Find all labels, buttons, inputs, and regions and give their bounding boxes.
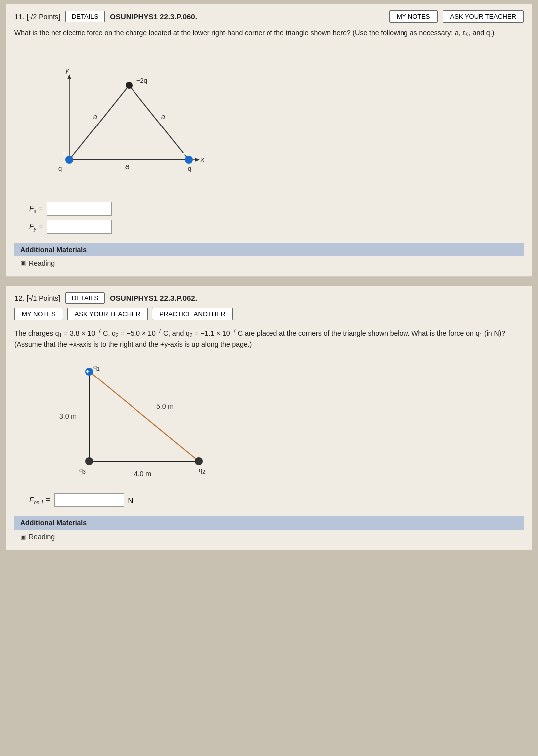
q12-fon1-unit: N [128, 496, 134, 504]
q11-fy-label: Fy = [29, 222, 43, 232]
q12-ask-teacher-button[interactable]: ASK YOUR TEACHER [67, 308, 148, 320]
q11-problem-id: OSUNIPHYS1 22.3.P.060. [110, 12, 384, 21]
question-12-card: 12. [-/1 Points] DETAILS OSUNIPHYS1 22.3… [6, 286, 532, 550]
svg-text:+: + [182, 150, 186, 157]
q12-my-notes-button[interactable]: MY NOTES [14, 308, 63, 320]
q12-fon1-label: Fon 1 = [29, 495, 50, 505]
svg-point-11 [65, 156, 73, 164]
q11-diagram: y x −2q q + q + a a a [29, 45, 509, 197]
q11-my-notes-button[interactable]: MY NOTES [389, 10, 438, 23]
q11-triangle-svg: y x −2q q + q + a a a [29, 45, 219, 195]
q11-details-button[interactable]: DETAILS [65, 11, 105, 22]
svg-text:q1: q1 [93, 363, 100, 372]
svg-marker-4 [195, 158, 200, 162]
q12-question-text: The charges q1 = 3.8 × 10−7 C, q2 = −5.0… [14, 327, 524, 350]
q12-practice-button[interactable]: PRACTICE ANOTHER [152, 308, 233, 320]
svg-text:y: y [65, 66, 69, 74]
svg-text:q: q [188, 165, 191, 172]
q12-triangle-svg: q1 + q3 q2 3.0 m 4.0 m 5.0 m [29, 357, 239, 486]
svg-text:+: + [86, 368, 90, 375]
q12-problem-id: OSUNIPHYS1 22.3.P.062. [110, 294, 524, 302]
svg-text:3.0 m: 3.0 m [59, 412, 77, 420]
q11-reading-link[interactable]: Reading [14, 256, 524, 270]
svg-text:x: x [200, 155, 205, 163]
svg-text:q3: q3 [79, 466, 86, 475]
svg-line-22 [89, 372, 199, 461]
svg-text:q2: q2 [199, 466, 205, 475]
svg-point-9 [126, 82, 133, 89]
svg-text:5.0 m: 5.0 m [156, 402, 174, 410]
svg-text:q: q [58, 165, 62, 172]
q11-fx-input[interactable] [47, 202, 112, 216]
q11-fy-input[interactable] [47, 220, 112, 234]
svg-point-26 [85, 457, 93, 465]
q12-reading-link[interactable]: Reading [14, 530, 524, 544]
q11-number: 11. [-/2 Points] [14, 12, 60, 21]
svg-marker-1 [67, 74, 71, 79]
svg-text:a: a [93, 113, 97, 121]
svg-point-28 [195, 457, 203, 465]
q12-fon1-input[interactable] [54, 493, 124, 507]
q12-header: 12. [-/1 Points] DETAILS OSUNIPHYS1 22.3… [14, 292, 524, 304]
q12-diagram: q1 + q3 q2 3.0 m 4.0 m 5.0 m [29, 357, 509, 488]
svg-line-7 [129, 85, 189, 160]
svg-text:−2q: −2q [136, 77, 147, 84]
q12-fon1-row: Fon 1 = N [29, 493, 509, 507]
q12-additional-materials: Additional Materials [14, 516, 524, 530]
svg-text:a: a [125, 162, 129, 170]
q11-fx-label: Fx = [29, 204, 43, 214]
q11-ask-teacher-button[interactable]: ASK YOUR TEACHER [443, 10, 524, 23]
svg-text:+: + [62, 150, 66, 157]
q11-question-text: What is the net electric force on the ch… [14, 28, 524, 38]
q12-buttons-row: MY NOTES ASK YOUR TEACHER PRACTICE ANOTH… [14, 308, 524, 320]
q11-header: 11. [-/2 Points] DETAILS OSUNIPHYS1 22.3… [14, 10, 524, 23]
q11-additional-materials: Additional Materials [14, 243, 524, 256]
svg-line-6 [69, 85, 129, 160]
question-11-card: 11. [-/2 Points] DETAILS OSUNIPHYS1 22.3… [6, 4, 532, 277]
svg-text:4.0 m: 4.0 m [134, 470, 151, 478]
svg-text:a: a [161, 113, 165, 121]
q12-details-button[interactable]: DETAILS [65, 292, 105, 304]
q12-number: 12. [-/1 Points] [14, 294, 60, 302]
q11-fy-row: Fy = [29, 220, 509, 234]
q11-fx-row: Fx = [29, 202, 509, 216]
